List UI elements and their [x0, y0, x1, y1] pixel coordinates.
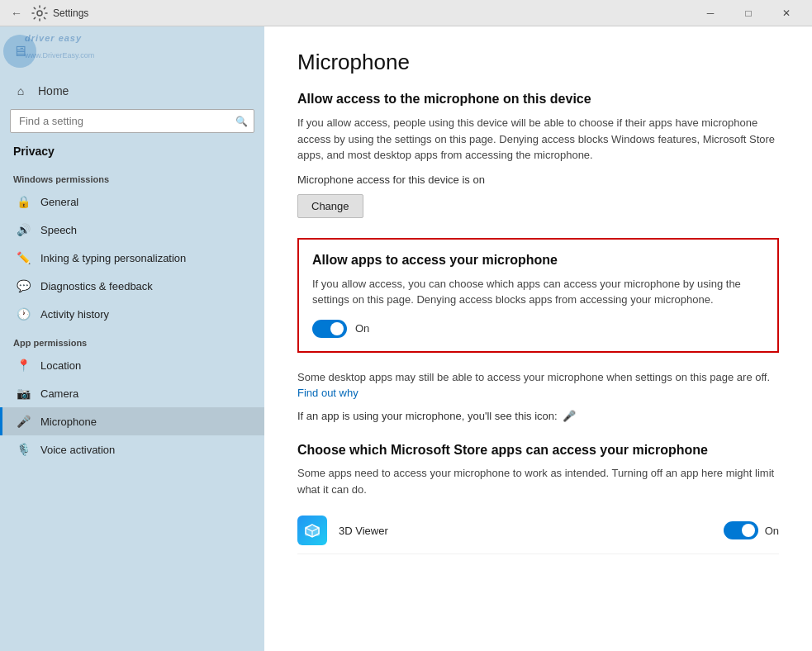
sidebar-item-general[interactable]: 🔒 General	[0, 188, 264, 216]
camera-label: Camera	[40, 387, 78, 400]
camera-icon: 📷	[16, 387, 31, 400]
device-status-text: Microphone access for this device is on	[297, 173, 779, 186]
title-bar: ← Settings ─ □ ✕	[0, 0, 812, 26]
home-icon: ⌂	[13, 84, 28, 97]
settings-icon	[31, 5, 48, 21]
speech-icon: 🔊	[16, 223, 31, 236]
activity-label: Activity history	[40, 308, 109, 321]
allow-apps-toggle-label: On	[355, 322, 369, 335]
sidebar-item-location[interactable]: 📍 Location	[0, 351, 264, 379]
watermark-url: www.DriverEasy.com	[25, 51, 94, 59]
icon-line: If an app is using your microphone, you'…	[297, 410, 779, 422]
title-bar-label: Settings	[53, 7, 691, 19]
allow-apps-heading: Allow apps to access your microphone	[312, 253, 764, 268]
general-label: General	[40, 196, 78, 208]
svg-point-0	[37, 11, 42, 16]
location-label: Location	[40, 359, 81, 372]
close-button[interactable]: ✕	[767, 0, 805, 26]
desktop-apps-note: Some desktop apps may still be able to a…	[297, 369, 779, 402]
app-permissions-label: App permissions	[0, 328, 264, 351]
sidebar-item-camera[interactable]: 📷 Camera	[0, 379, 264, 407]
diagnostics-icon: 💬	[16, 279, 31, 292]
main-content: Microphone Allow access to the microphon…	[264, 26, 812, 651]
microphone-label: Microphone	[40, 416, 97, 428]
allow-device-heading: Allow access to the microphone on this d…	[297, 92, 779, 107]
store-apps-heading: Choose which Microsoft Store apps can ac…	[297, 442, 779, 459]
search-container: 🔍	[10, 109, 254, 133]
watermark-area: 🖥 driver easy www.DriverEasy.com	[0, 26, 264, 76]
app-body: 🖥 driver easy www.DriverEasy.com ⌂ Home …	[0, 26, 812, 651]
back-button[interactable]: ←	[7, 3, 26, 23]
maximize-button[interactable]: □	[729, 0, 767, 26]
allow-apps-toggle-row: On	[312, 320, 764, 338]
location-icon: 📍	[16, 359, 31, 372]
3d-viewer-toggle-label: On	[765, 525, 779, 537]
speech-label: Speech	[40, 224, 77, 236]
allow-apps-description: If you allow access, you can choose whic…	[312, 276, 764, 308]
sidebar-item-activity[interactable]: 🕐 Activity history	[0, 300, 264, 328]
minimize-button[interactable]: ─	[691, 0, 729, 26]
activity-icon: 🕐	[16, 307, 31, 321]
inking-icon: ✏️	[16, 251, 31, 264]
lock-icon: 🔒	[16, 195, 31, 208]
allow-apps-toggle[interactable]	[312, 320, 347, 338]
app-list-item: 3D Viewer On	[297, 507, 779, 554]
search-icon: 🔍	[235, 116, 248, 127]
diagnostics-label: Diagnostics & feedback	[40, 280, 153, 292]
privacy-label: Privacy	[0, 140, 264, 164]
voice-icon: 🎙️	[16, 443, 31, 456]
microphone-status-icon: 🎤	[563, 410, 576, 422]
sidebar-item-microphone[interactable]: 🎤 Microphone	[0, 407, 264, 435]
windows-permissions-label: Windows permissions	[0, 164, 264, 188]
search-input[interactable]	[10, 109, 254, 133]
home-label: Home	[38, 84, 69, 97]
3d-viewer-icon	[297, 516, 327, 545]
sidebar-item-diagnostics[interactable]: 💬 Diagnostics & feedback	[0, 272, 264, 300]
icon-line-text: If an app is using your microphone, you'…	[297, 410, 558, 422]
microphone-icon: 🎤	[16, 415, 31, 428]
allow-apps-section: Allow apps to access your microphone If …	[297, 238, 779, 353]
find-out-link[interactable]: Find out why	[297, 387, 359, 399]
sidebar: 🖥 driver easy www.DriverEasy.com ⌂ Home …	[0, 26, 264, 651]
3d-viewer-toggle[interactable]	[724, 521, 758, 539]
inking-label: Inking & typing personalization	[40, 252, 186, 264]
store-apps-description: Some apps need to access your microphone…	[297, 465, 779, 497]
allow-device-description: If you allow access, people using this d…	[297, 115, 779, 164]
sidebar-item-home[interactable]: ⌂ Home	[0, 76, 264, 106]
sidebar-item-inking[interactable]: ✏️ Inking & typing personalization	[0, 244, 264, 272]
sidebar-item-speech[interactable]: 🔊 Speech	[0, 216, 264, 244]
page-title: Microphone	[297, 50, 779, 75]
app-name-3d-viewer: 3D Viewer	[339, 525, 712, 537]
app-toggle-row: On	[724, 521, 779, 539]
sidebar-item-voice[interactable]: 🎙️ Voice activation	[0, 435, 264, 463]
voice-label: Voice activation	[40, 444, 115, 456]
window-controls: ─ □ ✕	[691, 0, 805, 26]
change-button[interactable]: Change	[297, 194, 363, 218]
